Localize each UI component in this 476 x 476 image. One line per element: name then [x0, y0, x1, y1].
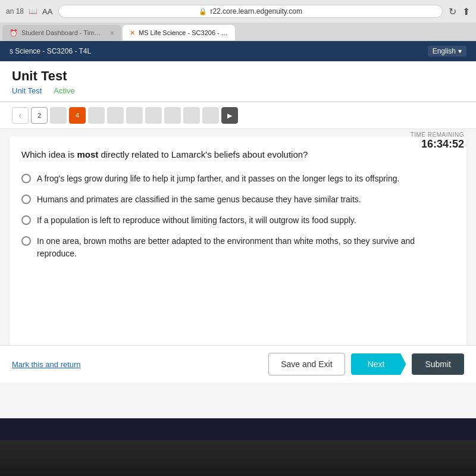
- page-content: Unit Test Unit Test Active TIME REMAININ…: [0, 61, 476, 418]
- submit-button[interactable]: Submit: [412, 353, 464, 375]
- unit-test-header: Unit Test Unit Test Active: [0, 61, 476, 102]
- nav-btn-prev[interactable]: ‹: [12, 107, 29, 124]
- nav-btn-10[interactable]: [183, 107, 200, 124]
- tab-student-dashboard[interactable]: ⏰ Student Dashboard - Time4Learning ✕: [2, 25, 121, 40]
- answer-option-c[interactable]: If a population is left to reproduce wit…: [21, 214, 455, 227]
- nav-btn-5[interactable]: [88, 107, 105, 124]
- status-badge: Active: [54, 86, 74, 95]
- breadcrumb-link[interactable]: Unit Test: [12, 86, 42, 95]
- url-text: r22.core.learn.edgenuity.com: [210, 7, 302, 15]
- next-button[interactable]: Next: [351, 353, 406, 375]
- breadcrumb: Unit Test Active: [12, 86, 464, 95]
- share-icon[interactable]: ⬆: [462, 6, 470, 17]
- nav-btn-7[interactable]: [126, 107, 143, 124]
- app-breadcrumb: s Science - SC3206 - T4L: [10, 47, 91, 55]
- nav-btn-8[interactable]: [145, 107, 162, 124]
- nav-btn-arrow[interactable]: ▶: [221, 107, 238, 124]
- option-text-c: If a population is left to reproduce wit…: [37, 214, 356, 227]
- answer-option-a[interactable]: A frog's legs grow during life to help i…: [21, 173, 455, 185]
- question-text-before: Which idea is: [21, 149, 77, 159]
- nav-btn-3[interactable]: [50, 107, 67, 124]
- time-remaining-label: TIME REMAINING: [411, 131, 464, 138]
- question-text: Which idea is most directly related to L…: [21, 148, 455, 162]
- option-text-d: In one area, brown moths are better adap…: [37, 235, 455, 260]
- option-text-b: Humans and primates are classified in th…: [37, 193, 361, 206]
- browser-chrome: an 18 📖 AA 🔒 r22.core.learn.edgenuity.co…: [0, 0, 476, 41]
- save-exit-button[interactable]: Save and Exit: [268, 353, 345, 375]
- nav-btn-4[interactable]: 4: [69, 107, 86, 124]
- tab-bar: ⏰ Student Dashboard - Time4Learning ✕ ✕ …: [0, 23, 476, 40]
- tab-counter: an 18: [6, 7, 24, 15]
- tab2-icon: ✕: [130, 29, 135, 37]
- app-header: s Science - SC3206 - T4L English ▾: [0, 41, 476, 61]
- nav-btn-11[interactable]: [202, 107, 219, 124]
- option-text-a: A frog's legs grow during life to help i…: [37, 173, 399, 185]
- nav-btn-6[interactable]: [107, 107, 124, 124]
- tab2-label: MS Life Science - SC3206 - T4L - Edgenui…: [139, 29, 228, 36]
- question-bold-text: most: [77, 149, 98, 159]
- chevron-down-icon: ▾: [458, 47, 462, 55]
- taskbar: [0, 440, 476, 476]
- language-selector[interactable]: English ▾: [428, 46, 466, 57]
- tab1-label: Student Dashboard - Time4Learning: [21, 29, 104, 36]
- question-area: Which idea is most directly related to L…: [10, 136, 466, 374]
- question-text-after: directly related to Lamarck's beliefs ab…: [98, 149, 308, 159]
- language-label: English: [433, 47, 456, 55]
- bottom-bar: Mark this and return Save and Exit Next …: [0, 345, 476, 383]
- radio-a[interactable]: [21, 174, 31, 183]
- browser-controls: an 18 📖 AA: [6, 7, 52, 16]
- browser-top-bar: an 18 📖 AA 🔒 r22.core.learn.edgenuity.co…: [0, 0, 476, 23]
- nav-btn-9[interactable]: [164, 107, 181, 124]
- lock-icon: 🔒: [199, 8, 207, 15]
- browser-action-icons: ↻ ⬆: [449, 6, 470, 17]
- answer-option-b[interactable]: Humans and primates are classified in th…: [21, 193, 455, 206]
- refresh-icon[interactable]: ↻: [449, 6, 456, 17]
- answer-option-d[interactable]: In one area, brown moths are better adap…: [21, 235, 455, 260]
- radio-b[interactable]: [21, 195, 31, 204]
- radio-d[interactable]: [21, 236, 31, 246]
- time-remaining: TIME REMAINING 16:34:52: [411, 131, 464, 151]
- tab1-close-icon[interactable]: ✕: [109, 30, 114, 36]
- aa-button[interactable]: AA: [42, 7, 52, 16]
- reader-mode-icon: 📖: [29, 7, 37, 15]
- bottom-buttons: Save and Exit Next Submit: [268, 353, 464, 375]
- question-navigator: ‹ 2 4 ▶: [0, 102, 476, 129]
- address-bar[interactable]: 🔒 r22.core.learn.edgenuity.com: [58, 5, 443, 18]
- page-title: Unit Test: [12, 68, 464, 84]
- time-remaining-value: 16:34:52: [411, 138, 464, 151]
- nav-btn-2[interactable]: 2: [31, 107, 48, 124]
- mark-return-link[interactable]: Mark this and return: [12, 360, 81, 369]
- tab1-icon: ⏰: [10, 29, 18, 37]
- radio-c[interactable]: [21, 215, 31, 225]
- tab-ms-life-science[interactable]: ✕ MS Life Science - SC3206 - T4L - Edgen…: [123, 25, 235, 40]
